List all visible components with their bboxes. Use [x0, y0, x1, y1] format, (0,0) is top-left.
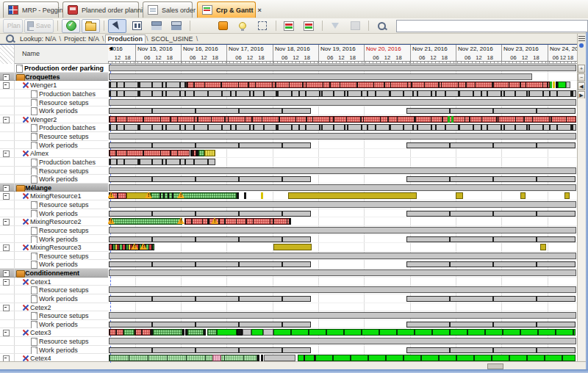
tree-row-m-lange[interactable]: Mélange	[0, 184, 108, 192]
gantt-bar-gray[interactable]	[109, 269, 576, 276]
gantt-bar-ktick[interactable]	[314, 355, 315, 361]
collapse-expander-icon[interactable]	[3, 270, 10, 277]
gantt-bar-ytick[interactable]	[261, 192, 263, 199]
gantt-bar-ktick[interactable]	[163, 192, 165, 199]
gantt-bar-ktick[interactable]	[204, 329, 206, 336]
horizontal-scrollbar[interactable]	[0, 361, 586, 369]
tree-row-cetex1[interactable]: Cetex1	[0, 278, 108, 286]
tree-row-cetex2[interactable]: Cetex2	[0, 303, 108, 312]
gantt-bar-seg[interactable]	[109, 236, 311, 242]
collapse-expander-icon[interactable]	[3, 74, 10, 81]
gantt-bar-grayT[interactable]	[109, 159, 215, 165]
tree-row-resource-setups[interactable]: Resource setups	[0, 286, 108, 294]
vertical-scrollbar[interactable]	[578, 98, 585, 361]
gantt-bar-green[interactable]	[207, 329, 217, 336]
gantt-bar-gray[interactable]	[109, 312, 576, 319]
gantt-bar-yell[interactable]	[204, 150, 215, 156]
gantt-bar-seg[interactable]	[109, 142, 311, 148]
gantt-bar-bgreenS[interactable]	[298, 355, 576, 361]
tree-row-work-periods[interactable]: Work periods	[0, 320, 108, 329]
gantt-bar-gray[interactable]	[566, 82, 570, 88]
gantt-bar-ktick[interactable]	[304, 355, 305, 361]
tree-row-work-periods[interactable]: Work periods	[0, 294, 108, 303]
gantt-bar-red[interactable]	[135, 329, 151, 336]
tree-row-production-batches[interactable]: Production batches	[0, 90, 108, 98]
gantt-bar-ktick[interactable]	[168, 192, 169, 199]
horizontal-scrollbar-thumb[interactable]	[487, 363, 503, 369]
move-down-level-button[interactable]	[148, 19, 166, 33]
gantt-bar-olive[interactable]	[273, 244, 312, 250]
tree-row-resource-setups[interactable]: Resource setups	[0, 252, 108, 261]
gantt-bar-gray[interactable]	[109, 338, 576, 344]
gantt-bar-ktick[interactable]	[207, 218, 209, 225]
gantt-bar-gray[interactable]	[109, 201, 576, 208]
gantt-bar-gray[interactable]	[109, 167, 576, 174]
gantt-bar-red[interactable]	[184, 218, 290, 225]
gantt-bar-ktick[interactable]	[224, 218, 226, 225]
tree-row-croquettes[interactable]: Croquettes	[0, 73, 108, 82]
gantt-bar-seg[interactable]	[109, 176, 311, 182]
tree-row-mixingresource1[interactable]: MixingResource1	[0, 192, 108, 200]
gantt-bar-ktick[interactable]	[151, 329, 153, 336]
gantt-bar-gray[interactable]	[109, 65, 576, 71]
gantt-view-2-button[interactable]	[300, 19, 318, 33]
collapse-expander-icon[interactable]	[3, 330, 10, 336]
tree-row-resource-setups[interactable]: Resource setups	[0, 226, 108, 235]
tree-row-work-periods[interactable]: Work periods	[0, 141, 108, 150]
toolbar-search-input[interactable]	[396, 20, 588, 32]
gantt-bar-bgreen[interactable]	[217, 329, 237, 336]
gantt-bar-ktick[interactable]	[556, 82, 558, 88]
collapse-expander-icon[interactable]	[3, 279, 10, 286]
collapse-expander-icon[interactable]	[3, 219, 10, 225]
gantt-bar-ktick[interactable]	[261, 355, 263, 361]
gantt-bar-seg[interactable]	[406, 142, 576, 148]
collapse-expander-icon[interactable]	[3, 151, 10, 157]
gantt-bar-grayT[interactable]	[109, 90, 576, 97]
gantt-bar-gray[interactable]	[243, 329, 251, 336]
zoom-out-button[interactable]: −	[578, 73, 585, 82]
gantt-bar-seg[interactable]	[406, 211, 576, 217]
tree-row-wenger1[interactable]: Wenger1	[0, 81, 108, 90]
tree-row-cetex3[interactable]: Cetex3	[0, 328, 108, 337]
gantt-bar-green[interactable]	[153, 329, 182, 336]
timeline-scroll-left-icon[interactable]: ◀	[109, 46, 112, 51]
tree-row-resource-setups[interactable]: Resource setups	[0, 311, 108, 320]
collapse-expander-icon[interactable]	[3, 82, 10, 89]
gantt-bar-seg[interactable]	[406, 176, 576, 182]
gantt-bar-gray[interactable]	[109, 184, 576, 191]
gantt-bar-gray[interactable]	[109, 73, 532, 80]
menu-icon[interactable]	[578, 36, 585, 41]
gantt-bar-pale[interactable]	[109, 355, 257, 361]
gantt-bar-green[interactable]	[123, 329, 135, 336]
gantt-bar-red[interactable]	[109, 329, 123, 336]
breadcrumb-lookup[interactable]: Lookup: N/A	[18, 35, 59, 43]
gantt-bar-red[interactable]	[109, 150, 190, 156]
tree-row-work-periods[interactable]: Work periods	[0, 235, 108, 244]
gantt-bar-seg[interactable]	[109, 261, 311, 267]
gantt-bar-green[interactable]	[198, 150, 204, 156]
gantt-bar-ktick[interactable]	[182, 329, 184, 336]
breadcrumb-scol-usine[interactable]: SCOL_USINE	[149, 35, 196, 43]
gantt-bar-ktick[interactable]	[185, 329, 187, 336]
tree-row-resource-setups[interactable]: Resource setups	[0, 98, 108, 107]
tab-crp-gantt[interactable]: Crp & Gantt ×	[197, 1, 256, 18]
gantt-bar-seg[interactable]	[109, 322, 311, 327]
gantt-bar-olive[interactable]	[288, 192, 417, 199]
highlight-button[interactable]	[214, 19, 232, 33]
gantt-bar-pink[interactable]	[212, 355, 221, 361]
gantt-bar-ktick[interactable]	[257, 355, 259, 361]
collapse-expander-icon[interactable]	[3, 117, 10, 123]
zoom-region-button[interactable]	[128, 19, 146, 33]
tree-row-production-order-parking[interactable]: Production order parking	[0, 64, 108, 73]
tree-row-resource-setups[interactable]: Resource setups	[0, 337, 108, 346]
gantt-bar-olive[interactable]	[520, 192, 526, 199]
tree-row-production-batches[interactable]: Production batches	[0, 158, 108, 167]
gantt-bar-ktick[interactable]	[244, 192, 246, 199]
close-tab-icon[interactable]: ×	[258, 7, 262, 14]
collapse-expander-icon[interactable]	[3, 185, 10, 192]
gantt-bar-seg[interactable]	[406, 296, 576, 302]
gantt-bar-grayT[interactable]	[109, 82, 187, 88]
validate-button[interactable]	[62, 19, 80, 33]
tree-row-mixingresource2[interactable]: MixingResource2	[0, 217, 108, 226]
gantt-bar-gtick[interactable]	[550, 82, 552, 88]
